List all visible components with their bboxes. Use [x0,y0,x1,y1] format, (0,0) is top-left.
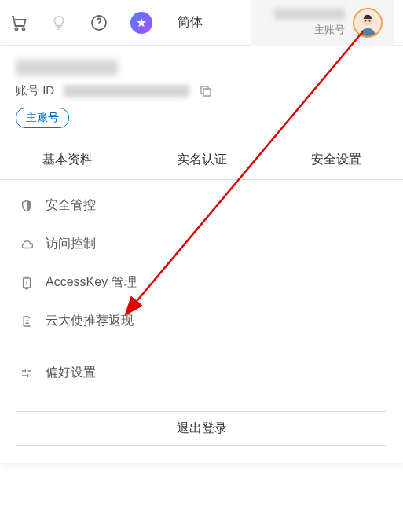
account-id-redacted [64,85,189,97]
bulb-icon[interactable] [50,14,68,31]
account-id-label: 账号 ID [16,83,54,98]
menu-access-control[interactable]: 访问控制 [0,225,403,263]
tab-security[interactable]: 安全设置 [269,141,403,179]
menu-security-control[interactable]: 安全管控 [0,186,403,225]
svg-point-1 [23,28,25,30]
menu-label: 访问控制 [46,236,96,252]
menu-accesskey-management[interactable]: AccessKey 管理 [0,263,403,302]
menu-label: 偏好设置 [46,365,96,381]
menu-ambassador[interactable]: 云大使推荐返现 [0,302,403,340]
account-type-label: 主账号 [314,23,345,37]
key-icon [19,276,35,290]
svg-point-6 [369,20,371,21]
divider [0,347,403,347]
logout-button[interactable]: 退出登录 [16,411,387,446]
svg-rect-7 [203,89,211,96]
account-area[interactable]: 主账号 [251,0,394,46]
sliders-icon [19,366,35,380]
cloud-icon [19,237,35,251]
menu-label: 云大使推荐返现 [46,313,134,329]
menu-preferences[interactable]: 偏好设置 [0,354,403,392]
cart-icon[interactable] [9,13,28,32]
account-type-badge: 主账号 [16,108,69,128]
document-icon [19,314,35,328]
menu-label: 安全管控 [46,197,96,214]
help-icon[interactable] [90,13,108,32]
svg-point-0 [16,28,18,30]
svg-point-5 [365,20,366,21]
account-display-name-redacted [16,60,118,75]
avatar[interactable] [353,8,383,38]
account-name-redacted [274,9,345,20]
shield-icon [19,199,35,213]
tab-basic-info[interactable]: 基本资料 [0,141,134,179]
menu-label: AccessKey 管理 [46,274,137,291]
language-selector[interactable]: 简体 [178,14,203,31]
tab-real-name[interactable]: 实名认证 [134,141,269,179]
account-dropdown: 账号 ID 主账号 基本资料 实名认证 安全设置 安全管控 访问控制 [0,46,403,463]
copy-icon[interactable] [199,84,213,98]
app-icon[interactable] [130,12,152,34]
